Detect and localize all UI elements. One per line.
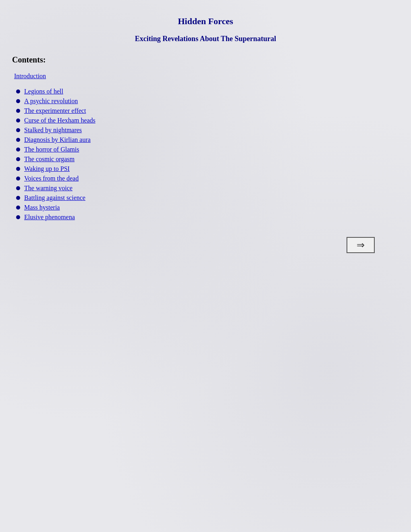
page-title: Hidden Forces [12, 16, 399, 27]
bullet-icon [16, 206, 20, 210]
list-item: The horror of Glamis [16, 146, 399, 153]
list-item: Curse of the Hexham heads [16, 117, 399, 124]
list-item: Diagnosis by Kirlian aura [16, 136, 399, 143]
intro-link[interactable]: Introduction [14, 73, 399, 80]
list-item: Mass hysteria [16, 204, 399, 211]
list-item-link-13[interactable]: Elusive phenomena [24, 214, 75, 221]
bullet-icon [16, 109, 20, 113]
list-item: The experimenter effect [16, 107, 399, 114]
list-item: The warning voice [16, 185, 399, 192]
bullet-icon [16, 148, 20, 152]
list-item: Stalked by nightmares [16, 127, 399, 134]
bullet-icon [16, 138, 20, 142]
list-item: The cosmic orgasm [16, 156, 399, 163]
bullet-icon [16, 167, 20, 171]
bullet-icon [16, 157, 20, 161]
next-button[interactable]: ⇒ [347, 237, 375, 253]
bullet-icon [16, 177, 20, 181]
list-item: Battling against science [16, 194, 399, 202]
list-item-link-0[interactable]: Legions of hell [24, 88, 63, 95]
list-item-link-10[interactable]: The warning voice [24, 185, 73, 192]
list-item: Waking up to PSI [16, 165, 399, 172]
contents-heading: Contents: [12, 55, 399, 64]
bullet-icon [16, 215, 20, 219]
list-item: Elusive phenomena [16, 214, 399, 221]
list-item: A psychic revolution [16, 98, 399, 105]
contents-list: Legions of hellA psychic revolutionThe e… [16, 88, 399, 221]
list-item-link-12[interactable]: Mass hysteria [24, 204, 60, 211]
page-subtitle: Exciting Revelations About The Supernatu… [12, 35, 399, 43]
next-arrow-icon: ⇒ [357, 239, 365, 251]
list-item-link-3[interactable]: Curse of the Hexham heads [24, 117, 95, 124]
list-item-link-11[interactable]: Battling against science [24, 194, 85, 202]
bullet-icon [16, 89, 20, 94]
list-item-link-1[interactable]: A psychic revolution [24, 98, 78, 105]
list-item-link-9[interactable]: Voices from the dead [24, 175, 79, 182]
bullet-icon [16, 196, 20, 200]
list-item-link-8[interactable]: Waking up to PSI [24, 165, 70, 172]
list-item: Legions of hell [16, 88, 399, 95]
list-item-link-7[interactable]: The cosmic orgasm [24, 156, 75, 163]
list-item-link-6[interactable]: The horror of Glamis [24, 146, 79, 153]
list-item: Voices from the dead [16, 175, 399, 182]
bullet-icon [16, 99, 20, 103]
bullet-icon [16, 186, 20, 190]
list-item-link-5[interactable]: Diagnosis by Kirlian aura [24, 136, 91, 143]
bullet-icon [16, 118, 20, 123]
bullet-icon [16, 128, 20, 132]
list-item-link-2[interactable]: The experimenter effect [24, 107, 86, 114]
list-item-link-4[interactable]: Stalked by nightmares [24, 127, 82, 134]
